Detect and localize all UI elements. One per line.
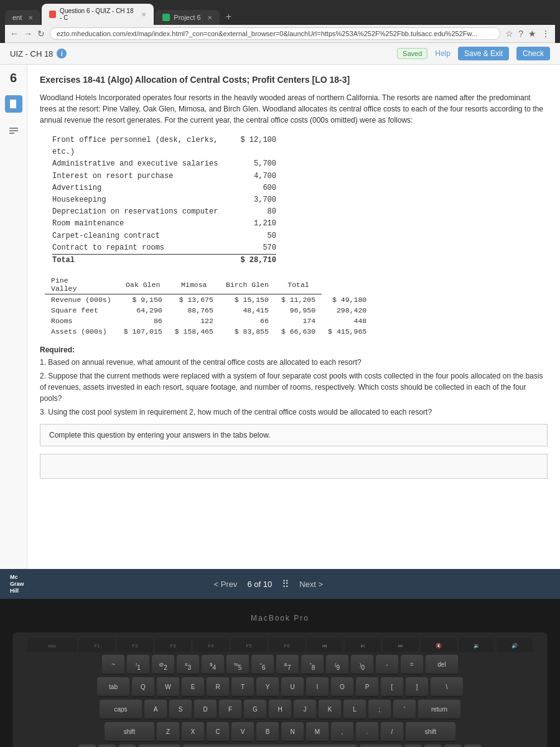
key-e[interactable]: E xyxy=(182,677,204,697)
tab-ent[interactable]: ent ✕ xyxy=(5,10,40,25)
key-slash[interactable]: / xyxy=(381,722,403,742)
key-5[interactable]: %5 xyxy=(226,655,249,675)
help-button[interactable]: Help xyxy=(435,49,450,58)
key-f8[interactable]: ⏯ xyxy=(345,639,381,652)
key-j[interactable]: J xyxy=(294,700,316,720)
key-equal[interactable]: = xyxy=(401,655,423,675)
key-6[interactable]: ^6 xyxy=(251,655,274,675)
answer-tab-area[interactable] xyxy=(40,454,548,479)
tab-project[interactable]: Project 6 ✕ xyxy=(155,10,219,25)
key-9[interactable]: (9 xyxy=(326,655,348,675)
key-c[interactable]: C xyxy=(207,722,229,742)
extension-icon[interactable]: ? xyxy=(518,29,523,39)
key-k[interactable]: K xyxy=(319,700,341,720)
key-i[interactable]: I xyxy=(306,677,329,697)
key-shift-r[interactable]: shift xyxy=(406,722,455,742)
key-f9[interactable]: ⏭ xyxy=(383,639,419,652)
sidebar-references[interactable] xyxy=(5,123,22,140)
key-quote[interactable]: ' xyxy=(393,700,416,720)
key-a[interactable]: A xyxy=(144,700,167,720)
key-semicolon[interactable]: ; xyxy=(368,700,391,720)
key-f4[interactable]: F4 xyxy=(193,639,229,652)
info-icon[interactable]: i xyxy=(57,49,67,59)
key-f5[interactable]: F5 xyxy=(231,639,267,652)
key-backtick[interactable]: ~ xyxy=(102,655,124,675)
key-f11[interactable]: 🔉 xyxy=(459,639,495,652)
key-4[interactable]: $4 xyxy=(202,655,224,675)
key-3[interactable]: #3 xyxy=(177,655,199,675)
key-w[interactable]: W xyxy=(157,677,179,697)
back-icon[interactable]: ← xyxy=(10,29,19,39)
tab-project-close[interactable]: ✕ xyxy=(207,14,212,21)
key-l[interactable]: L xyxy=(343,700,366,720)
key-fn[interactable]: fn xyxy=(78,745,96,747)
key-esc[interactable]: esc xyxy=(27,639,77,652)
key-z[interactable]: Z xyxy=(157,722,179,742)
check-button[interactable]: Check xyxy=(516,47,550,60)
key-comma[interactable]: , xyxy=(331,722,353,742)
next-button[interactable]: Next > xyxy=(299,580,323,589)
save-exit-button[interactable]: Save & Exit xyxy=(458,47,509,60)
key-7[interactable]: &7 xyxy=(276,655,299,675)
reload-icon[interactable]: ↻ xyxy=(37,29,45,39)
key-option[interactable]: opt xyxy=(118,745,136,747)
key-g[interactable]: G xyxy=(244,700,266,720)
sidebar-ebook[interactable] xyxy=(5,95,22,113)
key-m[interactable]: M xyxy=(306,722,329,742)
key-1[interactable]: !1 xyxy=(127,655,149,675)
key-tab[interactable]: tab xyxy=(97,677,129,697)
key-delete[interactable]: del xyxy=(426,655,458,675)
tab-quiz[interactable]: Question 6 - QUIZ - CH 18 - C ✕ xyxy=(42,4,154,25)
key-f[interactable]: F xyxy=(219,700,241,720)
key-p[interactable]: P xyxy=(356,677,378,697)
key-f1[interactable]: F1 xyxy=(79,639,115,652)
key-0[interactable]: )0 xyxy=(351,655,373,675)
key-space[interactable] xyxy=(183,745,357,747)
url-input[interactable]: ezto.mheducation.com/ext/map/index.html?… xyxy=(50,27,500,40)
key-f10[interactable]: 🔇 xyxy=(421,639,457,652)
key-bracket-r[interactable]: ] xyxy=(406,677,428,697)
tab-quiz-close[interactable]: ✕ xyxy=(141,11,146,18)
key-ctrl[interactable]: ctrl xyxy=(98,745,116,747)
key-arrow-up[interactable]: ↑ xyxy=(444,745,462,747)
prev-button[interactable]: < Prev xyxy=(213,580,237,589)
tab-ent-close[interactable]: ✕ xyxy=(28,14,33,21)
key-x[interactable]: X xyxy=(182,722,204,742)
key-t[interactable]: T xyxy=(231,677,254,697)
key-r[interactable]: R xyxy=(207,677,229,697)
key-2[interactable]: @2 xyxy=(152,655,174,675)
key-q[interactable]: Q xyxy=(132,677,154,697)
key-y[interactable]: Y xyxy=(256,677,279,697)
forward-icon[interactable]: → xyxy=(24,29,32,39)
bookmark-icon[interactable]: ☆ xyxy=(505,29,513,39)
grid-icon[interactable]: ⠿ xyxy=(282,578,289,590)
menu-icon[interactable]: ⋮ xyxy=(541,29,550,39)
key-backslash[interactable]: \ xyxy=(431,677,463,697)
key-period[interactable]: . xyxy=(356,722,378,742)
key-shift-l[interactable]: shift xyxy=(105,722,154,742)
key-arrow-l[interactable]: ← xyxy=(424,745,442,747)
key-f7[interactable]: ⏮ xyxy=(307,639,343,652)
key-u[interactable]: U xyxy=(281,677,304,697)
key-f6[interactable]: F6 xyxy=(269,639,305,652)
key-minus[interactable]: - xyxy=(376,655,398,675)
key-option-r[interactable]: opt xyxy=(404,745,422,747)
key-f12[interactable]: 🔊 xyxy=(497,639,533,652)
key-capslock[interactable]: caps xyxy=(100,700,142,720)
profile-icon[interactable]: ★ xyxy=(528,29,536,39)
key-s[interactable]: S xyxy=(169,700,192,720)
key-return[interactable]: return xyxy=(418,700,460,720)
key-f3[interactable]: F3 xyxy=(155,639,191,652)
key-n[interactable]: N xyxy=(281,722,304,742)
key-b[interactable]: B xyxy=(256,722,279,742)
key-o[interactable]: O xyxy=(331,677,353,697)
key-bracket-l[interactable]: [ xyxy=(381,677,403,697)
key-d[interactable]: D xyxy=(194,700,217,720)
key-arrow-r[interactable]: → xyxy=(464,745,482,747)
key-cmd-r[interactable]: ⌘ xyxy=(360,745,402,747)
key-h[interactable]: H xyxy=(269,700,291,720)
key-v[interactable]: V xyxy=(231,722,254,742)
key-f2[interactable]: F2 xyxy=(117,639,153,652)
key-8[interactable]: *8 xyxy=(301,655,324,675)
key-cmd-l[interactable]: ⌘ xyxy=(138,745,180,747)
